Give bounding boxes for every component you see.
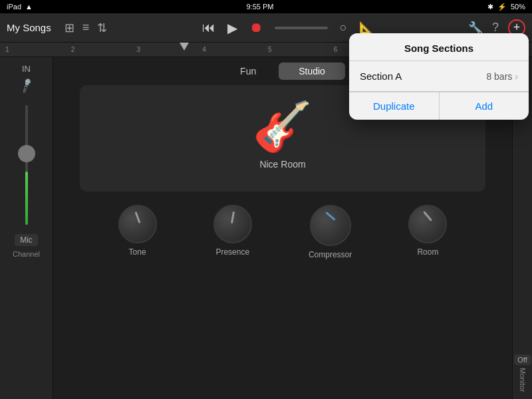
- transport-controls: ⏮ ▶ ⏺ ○ 📐: [202, 20, 374, 36]
- knob-wrapper-room: Room: [408, 205, 447, 259]
- monitor-off-button[interactable]: Off: [514, 354, 531, 365]
- knob-presence-label: Presence: [215, 247, 249, 257]
- wifi-icon: ▲: [25, 3, 33, 11]
- status-time: 9:55 PM: [246, 3, 273, 11]
- knob-wrapper-presence: Presence: [213, 205, 252, 259]
- knob-tone-label: Tone: [129, 247, 146, 257]
- knob-tone[interactable]: [118, 205, 157, 243]
- left-panel: IN 🎤 Mic Channel: [0, 57, 53, 399]
- progress-bar: [275, 27, 328, 29]
- status-left: iPad ▲: [7, 3, 33, 11]
- tab-studio[interactable]: Studio: [279, 63, 345, 80]
- circle-icon: ○: [340, 21, 347, 35]
- knobs-area: Tone Presence Compressor Room: [53, 192, 512, 273]
- ruler-mark-2: 2: [69, 46, 135, 53]
- fader-track: [25, 105, 28, 225]
- channel-label: Channel: [13, 250, 40, 258]
- status-right: ✱ ⚡ 50%: [487, 3, 525, 11]
- knob-room-label: Room: [417, 247, 438, 257]
- bluetooth-icon: ✱: [487, 3, 493, 11]
- amp-name: Nice Room: [259, 159, 305, 170]
- track-icon[interactable]: ⊞: [65, 21, 74, 35]
- list-icon[interactable]: ≡: [82, 21, 90, 35]
- fader-knob[interactable]: [18, 145, 35, 162]
- rewind-button[interactable]: ⏮: [202, 20, 215, 35]
- in-label: IN: [22, 64, 31, 74]
- knob-presence[interactable]: [213, 205, 252, 243]
- play-button[interactable]: ▶: [227, 20, 237, 36]
- ruler-mark-4: 4: [200, 46, 266, 53]
- section-a-bars: 8 bars ›: [486, 71, 518, 82]
- mixer-icon[interactable]: ⇅: [97, 21, 107, 35]
- help-icon[interactable]: ?: [492, 21, 499, 35]
- section-a-bars-text: 8 bars: [486, 71, 512, 82]
- modal-title: Song Sections: [349, 33, 529, 61]
- section-a-chevron-icon: ›: [515, 71, 518, 82]
- ruler-mark-3: 3: [135, 46, 201, 53]
- songs-title[interactable]: My Songs: [7, 22, 51, 33]
- modal-actions: Duplicate Add: [349, 92, 529, 120]
- add-button[interactable]: Add: [440, 92, 529, 120]
- status-bar: iPad ▲ 9:55 PM ✱ ⚡ 50%: [0, 0, 532, 13]
- section-a-name: Section A: [360, 70, 402, 82]
- knob-compressor[interactable]: [310, 205, 351, 246]
- mic-icon[interactable]: 🎤: [17, 77, 35, 94]
- song-sections-modal: Song Sections Section A 8 bars › Duplica…: [349, 33, 529, 120]
- record-button[interactable]: ⏺: [249, 20, 263, 35]
- knob-room[interactable]: [408, 205, 447, 243]
- mic-button[interactable]: Mic: [15, 234, 38, 246]
- battery-icon: ⚡: [497, 3, 507, 11]
- ipad-label: iPad: [7, 3, 21, 11]
- tab-fun[interactable]: Fun: [220, 63, 276, 80]
- monitor-label: Monitor: [519, 368, 527, 392]
- battery-percent: 50%: [511, 3, 525, 11]
- knob-wrapper-tone: Tone: [118, 205, 157, 259]
- knob-compressor-label: Compressor: [309, 250, 352, 259]
- knob-wrapper-compressor: Compressor: [309, 205, 352, 259]
- ruler-mark-1: 1: [3, 46, 69, 53]
- duplicate-button[interactable]: Duplicate: [349, 92, 440, 120]
- playhead[interactable]: [180, 43, 189, 51]
- section-a-row[interactable]: Section A 8 bars ›: [349, 61, 529, 92]
- fader-level: [25, 172, 28, 225]
- ruler-mark-5: 5: [266, 46, 332, 53]
- guitar-image: 🎸: [253, 98, 313, 155]
- toolbar-left-icons: ⊞ ≡ ⇅: [65, 21, 108, 35]
